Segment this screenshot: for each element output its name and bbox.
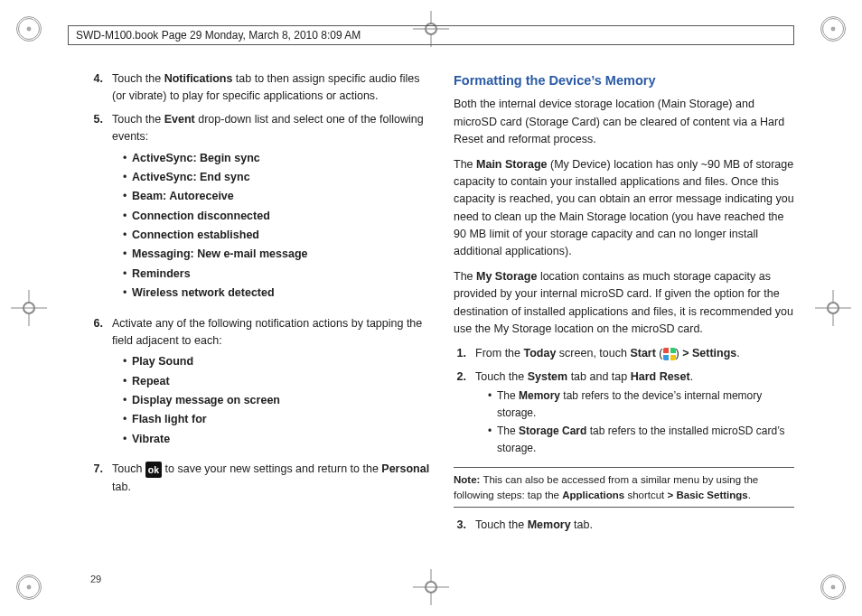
text: . <box>736 347 739 359</box>
left-column: 4. Touch the Notifications tab to then a… <box>90 70 431 562</box>
text: (My Device) location has only ~90 MB of … <box>454 158 794 258</box>
paragraph: Both the internal device storage locatio… <box>454 96 794 148</box>
text: Touch <box>112 462 145 475</box>
step-number: 3. <box>454 517 475 534</box>
text: . <box>748 490 751 500</box>
text: tab. <box>571 518 593 531</box>
crop-mark-bl <box>16 574 42 600</box>
list-item: •Flash light for <box>123 411 431 428</box>
list-item: •Messaging: New e-mail message <box>123 246 431 263</box>
text: Touch the <box>112 113 164 126</box>
text: to save your new settings and return to … <box>165 462 382 475</box>
step-body: Touch the System tab and tap Hard Reset.… <box>475 369 794 459</box>
section-heading: Formatting the Device’s Memory <box>454 70 794 90</box>
text: ) <box>676 347 683 359</box>
step-body: Touch ok to save your new settings and r… <box>112 461 431 496</box>
step-number: 2. <box>454 369 475 459</box>
paragraph: The My Storage location contains as much… <box>454 268 794 339</box>
text: The <box>454 270 476 283</box>
list-item: •Vibrate <box>123 431 431 448</box>
text: shortcut <box>624 490 667 500</box>
step-7: 7. Touch ok to save your new settings an… <box>90 461 431 496</box>
list-item: •The Storage Card tab refers to the inst… <box>488 423 794 456</box>
text: screen, touch <box>556 347 630 359</box>
sub-bullets: •The Memory tab refers to the device’s i… <box>488 387 794 456</box>
bold-event: Event <box>164 113 195 126</box>
bold-basic-settings: > Basic Settings <box>668 490 748 500</box>
step-number: 4. <box>90 70 112 106</box>
bold-today: Today <box>524 347 557 359</box>
list-item: •Wireless network detected <box>123 285 431 302</box>
crop-mark-bottom <box>413 569 449 605</box>
list-item: •Beam: Autoreceive <box>123 188 431 205</box>
list-item: •Play Sound <box>123 353 431 370</box>
crop-mark-tr <box>820 16 846 42</box>
list-item: •Connection established <box>123 227 431 244</box>
text: . <box>690 370 693 383</box>
step6-bullets: •Play Sound •Repeat •Display message on … <box>123 353 431 448</box>
bold-memory: Memory <box>528 518 571 531</box>
text: Touch the <box>112 72 164 85</box>
step-2-right: 2. Touch the System tab and tap Hard Res… <box>454 369 794 459</box>
note-block: Note: This can also be accessed from a s… <box>454 467 794 507</box>
list-item: •The Memory tab refers to the device’s i… <box>488 387 794 421</box>
page-content: 4. Touch the Notifications tab to then a… <box>90 70 794 562</box>
step5-bullets: •ActiveSync: Begin sync •ActiveSync: End… <box>123 150 431 303</box>
step-4: 4. Touch the Notifications tab to then a… <box>90 70 431 106</box>
page-number: 29 <box>90 574 101 584</box>
step-number: 1. <box>454 345 475 362</box>
text: The <box>454 158 476 171</box>
list-item: •ActiveSync: End sync <box>123 169 431 186</box>
note-label: Note: <box>454 474 480 485</box>
step-body: Touch the Event drop-down list and selec… <box>112 111 431 310</box>
bold-notifications: Notifications <box>164 72 233 85</box>
text: tab and tap <box>567 370 631 383</box>
text: Activate any of the following notificati… <box>112 317 422 347</box>
bold-applications: Applications <box>562 490 624 500</box>
text: From the <box>475 347 524 359</box>
text: Touch the <box>475 370 528 383</box>
right-column: Formatting the Device’s Memory Both the … <box>454 70 794 562</box>
bold-personal: Personal <box>381 462 429 475</box>
bold-settings: > Settings <box>682 347 736 359</box>
text: tab. <box>112 481 131 493</box>
windows-start-icon <box>663 348 676 360</box>
step-body: Activate any of the following notificati… <box>112 315 431 456</box>
crop-mark-left <box>11 290 47 326</box>
bold-start: Start <box>630 347 655 359</box>
bold-main-storage: Main Storage <box>476 158 548 171</box>
crop-mark-br <box>820 574 846 600</box>
bold-my-storage: My Storage <box>476 270 537 283</box>
step-body: Touch the Memory tab. <box>475 517 794 534</box>
text: ( <box>656 347 663 359</box>
ok-icon: ok <box>145 462 162 478</box>
step-number: 7. <box>90 461 112 496</box>
step-5: 5. Touch the Event drop-down list and se… <box>90 111 431 310</box>
text: Touch the <box>475 518 528 531</box>
step-3-right: 3. Touch the Memory tab. <box>454 517 794 534</box>
list-item: •Reminders <box>123 266 431 283</box>
step-body: Touch the Notifications tab to then assi… <box>112 70 431 106</box>
list-item: •Connection disconnected <box>123 208 431 225</box>
step-body: From the Today screen, touch Start () > … <box>475 345 794 362</box>
list-item: •Repeat <box>123 373 431 390</box>
step-6: 6. Activate any of the following notific… <box>90 315 431 456</box>
bold-system: System <box>528 370 567 383</box>
page-header: SWD-M100.book Page 29 Monday, March 8, 2… <box>68 25 794 45</box>
step-number: 5. <box>90 111 112 310</box>
step-1-right: 1. From the Today screen, touch Start ()… <box>454 345 794 362</box>
list-item: •Display message on screen <box>123 392 431 409</box>
list-item: •ActiveSync: Begin sync <box>123 150 431 167</box>
paragraph: The Main Storage (My Device) location ha… <box>454 156 794 261</box>
step-number: 6. <box>90 315 112 456</box>
bold-hard-reset: Hard Reset <box>631 370 690 383</box>
crop-mark-right <box>815 290 851 326</box>
crop-mark-tl <box>16 16 42 42</box>
